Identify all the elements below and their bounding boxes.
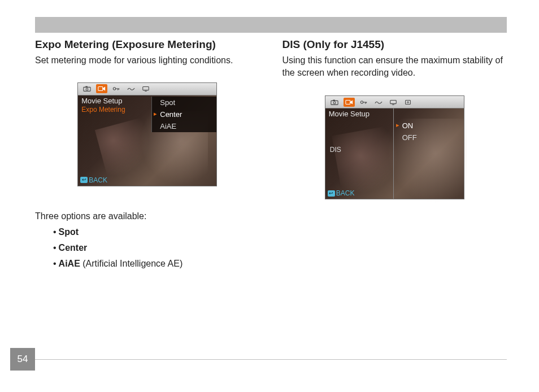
svg-point-4 bbox=[114, 88, 116, 90]
camera-setting-name: Expo Metering bbox=[81, 106, 125, 114]
right-column: DIS (Only for J1455) Using this function… bbox=[282, 38, 507, 275]
camera-option-on: ON bbox=[394, 120, 463, 132]
options-intro: Three options are available: bbox=[35, 211, 260, 221]
camera-back-link: ↩ BACK bbox=[80, 176, 107, 184]
monitor-icon bbox=[388, 98, 399, 107]
page-content: Expo Metering (Exposure Metering) Set me… bbox=[35, 38, 507, 275]
option-center: Center bbox=[59, 243, 88, 252]
svg-rect-9 bbox=[346, 100, 350, 104]
list-item: •Center bbox=[53, 243, 260, 253]
camera-option-aiae: AiAE bbox=[152, 120, 216, 132]
options-list: •Spot •Center •AiAE (Artificial Intellig… bbox=[35, 227, 260, 269]
key-icon bbox=[358, 98, 370, 107]
camera-option-list: Spot Center AiAE bbox=[151, 97, 216, 132]
monitor-icon bbox=[140, 84, 151, 93]
page-number: 54 bbox=[10, 348, 35, 371]
face-icon bbox=[402, 98, 414, 107]
option-spot: Spot bbox=[59, 227, 79, 237]
divider-line bbox=[393, 108, 394, 199]
movie-icon bbox=[344, 98, 355, 107]
camera-option-spot: Spot bbox=[152, 97, 216, 108]
movie-icon bbox=[96, 84, 107, 93]
dis-screenshot: Movie Setup DIS ON OFF ↩ BACK bbox=[325, 95, 464, 199]
back-label: BACK bbox=[89, 176, 107, 184]
svg-rect-3 bbox=[98, 87, 103, 91]
camera-back-link: ↩ BACK bbox=[328, 189, 355, 197]
dis-desc: Using this function can ensure the maxim… bbox=[282, 54, 507, 79]
camera-icon bbox=[329, 98, 340, 107]
list-item: •AiAE (Artificial Intelligence AE) bbox=[53, 259, 260, 269]
camera-option-center: Center bbox=[152, 108, 216, 120]
option-aiae: AiAE bbox=[59, 259, 80, 268]
dis-title: DIS (Only for J1455) bbox=[282, 38, 507, 51]
wave-icon bbox=[373, 98, 384, 107]
svg-rect-5 bbox=[143, 87, 149, 90]
camera-subtitle: Movie Setup bbox=[329, 110, 370, 118]
expo-metering-desc: Set metering mode for various lighting c… bbox=[35, 54, 260, 67]
wave-icon bbox=[125, 84, 137, 93]
camera-menu-bar bbox=[78, 83, 216, 95]
svg-point-7 bbox=[333, 102, 336, 104]
left-column: Expo Metering (Exposure Metering) Set me… bbox=[35, 38, 260, 275]
svg-rect-2 bbox=[86, 86, 88, 88]
camera-option-off: OFF bbox=[394, 132, 463, 143]
svg-point-1 bbox=[86, 88, 88, 90]
camera-menu-bar bbox=[325, 96, 464, 108]
camera-icon bbox=[81, 84, 93, 93]
expo-metering-screenshot: Movie Setup Expo Metering Spot Center Ai… bbox=[77, 82, 217, 186]
svg-rect-12 bbox=[405, 100, 410, 104]
back-icon: ↩ bbox=[80, 177, 88, 183]
list-item: •Spot bbox=[53, 227, 260, 237]
svg-rect-11 bbox=[390, 100, 397, 103]
camera-subtitle: Movie Setup bbox=[81, 97, 122, 105]
svg-point-10 bbox=[360, 101, 363, 103]
footer-rule bbox=[35, 359, 507, 360]
camera-side-label: DIS bbox=[330, 146, 341, 154]
svg-rect-8 bbox=[333, 99, 335, 101]
key-icon bbox=[111, 84, 122, 93]
back-icon: ↩ bbox=[328, 190, 335, 197]
header-bar bbox=[35, 17, 507, 33]
expo-metering-title: Expo Metering (Exposure Metering) bbox=[35, 38, 260, 51]
svg-point-13 bbox=[407, 101, 408, 103]
camera-option-list: ON OFF bbox=[394, 120, 463, 143]
back-label: BACK bbox=[336, 189, 355, 197]
